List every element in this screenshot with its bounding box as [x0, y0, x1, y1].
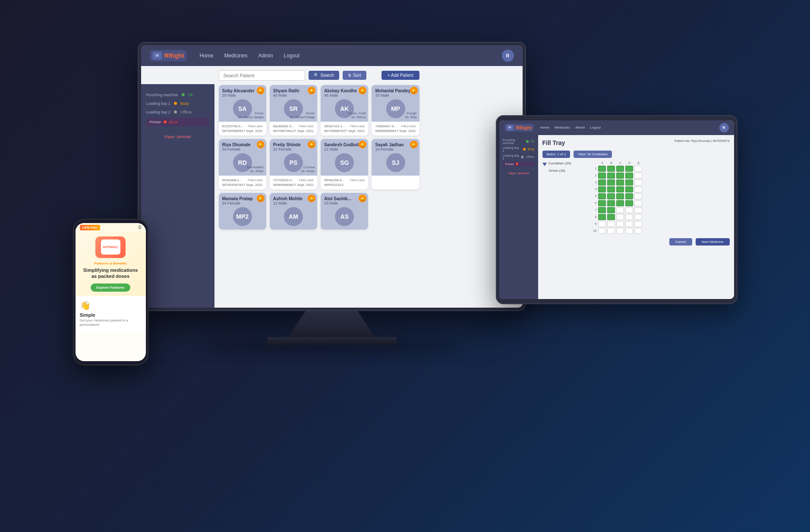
tray-cell[interactable] [625, 166, 633, 172]
tablet-sidebar-bay2: Loading bay 2 Offline [503, 154, 535, 160]
patient-card[interactable]: 🔔 Ashish Mohite 12 Male AM [270, 193, 317, 230]
simple-label: Simple [80, 312, 142, 318]
tab-nav-medicines[interactable]: Medicines [555, 126, 570, 129]
tray-cell[interactable] [616, 228, 624, 234]
tray-cell[interactable] [625, 179, 633, 186]
tray-cell[interactable] [616, 193, 624, 199]
tray-cell[interactable] [634, 221, 642, 227]
next-medicine-button[interactable]: Next Medicine [696, 238, 730, 246]
patient-card[interactable]: 🔔 Preity Shinde 22 Female PS Corona Dr. … [270, 139, 317, 189]
tray-cell[interactable] [625, 221, 633, 227]
bell-icon: 🔔 [359, 141, 366, 148]
hand-icon: 👋 [80, 300, 91, 311]
tray-cell[interactable] [634, 214, 642, 220]
sort-button[interactable]: ⇅ Sort [343, 71, 366, 80]
explore-button[interactable]: Explore Features [91, 283, 131, 292]
pill-card: AFFIMAC [101, 239, 120, 255]
tray-cell[interactable] [634, 207, 642, 213]
tray-cell[interactable] [607, 186, 615, 192]
tray-grid: A B C D E 12345678910 [590, 161, 730, 235]
add-patient-button[interactable]: + Add Patient [381, 71, 419, 80]
patient-name: Shyam Rathi [273, 88, 299, 93]
tray-cell[interactable] [625, 193, 633, 199]
hamburger-icon[interactable]: ☰ [138, 225, 142, 230]
tray-cell[interactable] [598, 221, 606, 227]
patient-card[interactable]: 🔔 Shyam Rathi 45 Male SR Fever Dr. Minal… [270, 85, 317, 135]
patient-card[interactable]: 🔔 Sandesh Godbole 12 Male SG 964fac58-4.… [321, 139, 368, 189]
tray-row: 3 [590, 179, 730, 186]
nav-logout[interactable]: Logout [284, 53, 299, 59]
patient-card[interactable]: 🔔 Sayali Jadhav 18 Female SJ [372, 139, 419, 189]
tray-cell[interactable] [634, 186, 642, 192]
patient-card[interactable]: 🔔 Mohanlal Pandey 33 Male MP Cough Dr. R… [372, 85, 419, 135]
patient-card[interactable]: 🔔 Riya Dhumale 34 Female RD Dermatatis D… [219, 139, 266, 189]
tray-cell[interactable] [598, 207, 606, 213]
cancel-button[interactable]: Cancel [669, 238, 692, 246]
tray-cell[interactable] [607, 179, 615, 186]
nav-home[interactable]: Home [199, 53, 213, 59]
tray-cell[interactable] [607, 166, 615, 172]
patient-card[interactable]: 🔔 Atul Sashik... 23 Male AS [321, 193, 368, 230]
search-button[interactable]: 🔍 Search [309, 71, 340, 80]
tray-cell[interactable] [607, 207, 615, 213]
patient-card[interactable]: 🔔 Akshay Kondhe 45 Male AK Fever, Cold D… [321, 85, 368, 135]
tray-cell[interactable] [598, 200, 606, 206]
nav-medicines[interactable]: Medicines [224, 53, 247, 59]
tray-row: 4 [590, 186, 730, 192]
tray-cell[interactable] [598, 186, 606, 192]
tray-cell[interactable] [616, 207, 624, 213]
tray-cell[interactable] [616, 186, 624, 192]
tray-cell[interactable] [616, 221, 624, 227]
tray-cell[interactable] [598, 193, 606, 199]
patient-name: Mamata Pratap [222, 196, 253, 201]
tray-cell[interactable] [616, 214, 624, 220]
tray-cell[interactable] [634, 228, 642, 234]
tray-cell[interactable] [607, 173, 615, 179]
tablet-user-avatar[interactable]: R [719, 123, 729, 132]
tray-cell[interactable] [607, 200, 615, 206]
tray-cell[interactable] [607, 214, 615, 220]
search-input[interactable] [219, 70, 305, 81]
tray-cell[interactable] [634, 200, 642, 206]
tray-cell[interactable] [598, 166, 606, 172]
tray-cell[interactable] [607, 228, 615, 234]
tab-nav-logout[interactable]: Logout [590, 126, 601, 129]
tray-cell[interactable] [598, 173, 606, 179]
tray-cell[interactable] [598, 228, 606, 234]
tray-cell[interactable] [625, 228, 633, 234]
patient-name: Sandesh Godbole [324, 142, 361, 147]
tray-cell[interactable] [625, 214, 633, 220]
tray-cell[interactable] [634, 173, 642, 179]
features-label: Features & Benefits [80, 261, 142, 265]
tray-row: 6 [590, 200, 730, 206]
tray-cell[interactable] [625, 200, 633, 206]
tray-cell[interactable] [634, 179, 642, 186]
tray-cell[interactable] [625, 186, 633, 192]
tray-cell[interactable] [634, 166, 642, 172]
tab-nav-admin[interactable]: Admin [575, 126, 585, 129]
bell-icon: 🔔 [308, 141, 315, 148]
patient-id: 72743d23-4... [273, 178, 294, 182]
tray-cell[interactable] [616, 179, 624, 186]
tablet-sidebar-pouching: Pouching machine Ok [503, 139, 535, 145]
tray-cell[interactable] [607, 221, 615, 227]
tab-nav-home[interactable]: Home [540, 126, 549, 129]
tray-cell[interactable] [625, 173, 633, 179]
patient-filled-date: 27 Sept. 2021 [241, 129, 263, 133]
sort-icon: ⇅ [348, 73, 351, 78]
tray-cell[interactable] [625, 207, 633, 213]
patient-card[interactable]: 🔔 Soby Alexander 29 Male SA Fever Dr. Ra… [219, 85, 266, 135]
tray-cell[interactable] [616, 200, 624, 206]
user-avatar[interactable]: R [502, 50, 514, 62]
patient-card-bottom: 72743d23-4... Filled date 9898598698 27 … [270, 176, 317, 189]
tray-cell[interactable] [598, 214, 606, 220]
patient-age: 34 Female [222, 201, 241, 205]
tray-cell[interactable] [634, 193, 642, 199]
patient-phone: 8974569878 [324, 129, 344, 133]
tray-cell[interactable] [598, 179, 606, 186]
tray-cell[interactable] [616, 173, 624, 179]
tray-cell[interactable] [607, 193, 615, 199]
patient-card[interactable]: 🔔 Mamata Pratap 34 Female MP2 [219, 193, 266, 230]
nav-admin[interactable]: Admin [258, 53, 273, 59]
tray-cell[interactable] [616, 166, 624, 172]
